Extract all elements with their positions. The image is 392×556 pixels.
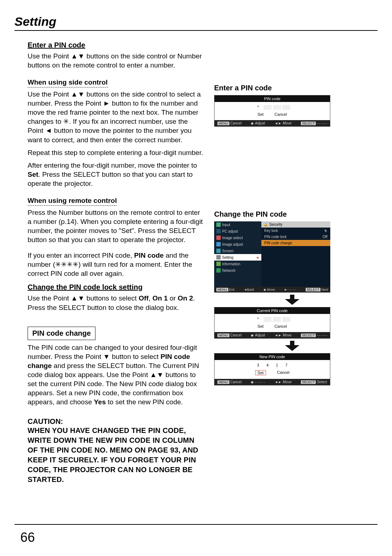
imageadj-icon bbox=[216, 242, 221, 246]
hint-exit: Exit bbox=[229, 288, 234, 291]
text-fragment: Use the Point ▲▼ buttons to select bbox=[28, 294, 139, 302]
osd-title: PIN code bbox=[215, 95, 330, 102]
paragraph-side-2: Repeat this step to complete entering a … bbox=[28, 148, 203, 157]
paragraph-remote: Press the Number buttons on the remote c… bbox=[28, 208, 203, 244]
hint-dash: - - - - - bbox=[255, 380, 265, 384]
osd-button-row: Set Cancel bbox=[215, 369, 330, 377]
menu-right-label: Key lock bbox=[264, 229, 278, 233]
text-bold-on1: On 1 bbox=[152, 294, 168, 302]
osd-set-label: Set bbox=[258, 112, 264, 116]
menu-item-imageselect: Image select bbox=[214, 234, 261, 241]
hint-move: Move bbox=[283, 333, 291, 337]
menu-right-header: 🔒Security bbox=[261, 221, 330, 228]
menu-label: PC adjust bbox=[222, 229, 238, 233]
text-fragment: to set the new PIN code. bbox=[106, 398, 183, 406]
osd-pin-cells: 3 4 1 7 bbox=[215, 361, 330, 369]
input-icon bbox=[216, 222, 221, 227]
info-icon bbox=[216, 262, 221, 266]
svg-marker-0 bbox=[285, 295, 299, 305]
osd-cancel-label: Cancel bbox=[277, 370, 289, 375]
box-label-pin-change: PIN code change bbox=[28, 327, 95, 340]
select-tag: SELECT bbox=[301, 122, 316, 125]
osd-hints: MENU Cancel ◆ Adjust ◄► Move SELECT - - … bbox=[215, 332, 330, 338]
text-bold-off: Off bbox=[139, 294, 148, 302]
hint-move: Move bbox=[283, 380, 291, 384]
osd-button-row: Set Cancel bbox=[215, 111, 330, 119]
osd-hints: MENU Cancel ◆ - - - - - ◄► Move SELECT S… bbox=[215, 379, 330, 385]
osd-menu-right: 🔒Security Key lock🖱 PIN code lockOff PIN… bbox=[261, 221, 330, 287]
panel-title-change-pin: Change the PIN code bbox=[214, 210, 370, 218]
osd-new-pin: New PIN code 3 4 1 7 Set Cancel MENU Can… bbox=[214, 353, 330, 385]
title-rule bbox=[15, 30, 377, 31]
hint-adjust: Adjust bbox=[255, 333, 265, 337]
menu-right-value: Off bbox=[323, 235, 327, 239]
pin-cell-3 bbox=[273, 105, 281, 110]
pin-cell-4 bbox=[282, 105, 290, 110]
osd-title: New PIN code bbox=[215, 353, 330, 360]
text-fragment: If you enter an incorrect PIN code, bbox=[28, 252, 134, 259]
osd-cancel-label: Cancel bbox=[274, 324, 287, 328]
pin-cell-3 bbox=[273, 317, 281, 322]
menu-item-input: Input bbox=[214, 221, 261, 228]
menu-tag: MENU bbox=[217, 334, 229, 337]
pin-cell-4 bbox=[282, 317, 290, 322]
pin-cell-1: * bbox=[254, 105, 262, 110]
text-bold-set: Set bbox=[28, 171, 38, 178]
two-column-layout: Enter a PIN code Use the Point ▲▼ button… bbox=[15, 41, 377, 485]
arrow-down-icon bbox=[214, 341, 370, 351]
menu-item-pcadjust: PC adjust bbox=[214, 228, 261, 234]
page-title: Setting bbox=[15, 15, 377, 30]
hint-adjust: Adjust bbox=[255, 121, 265, 125]
pc-icon bbox=[216, 229, 221, 233]
osd-pin-cells: * bbox=[215, 315, 330, 323]
paragraph-pin-change: The PIN code can be changed to your desi… bbox=[28, 343, 203, 407]
menu-right-pincodechange: PIN code change bbox=[261, 240, 330, 246]
hint-dash: - - - - - bbox=[317, 333, 327, 337]
osd-title: Current PIN code bbox=[215, 307, 330, 314]
osd-set-label: Set bbox=[258, 324, 264, 328]
osd-pin-cells: * bbox=[215, 103, 330, 111]
menu-item-information: Information bbox=[214, 261, 261, 267]
hint-dash: - - - - - bbox=[317, 121, 327, 125]
select-tag: SELECT bbox=[301, 334, 316, 337]
paragraph-side-3: After entering the four-digit number, mo… bbox=[28, 161, 203, 188]
text-fragment: , bbox=[148, 294, 152, 302]
text-bold-on2: On 2 bbox=[178, 294, 193, 302]
menu-label: Input bbox=[222, 223, 230, 227]
keylock-icon: 🖱 bbox=[324, 229, 327, 233]
menu-label: Screen bbox=[222, 249, 234, 253]
text-fragment: or bbox=[168, 294, 177, 302]
caution-body: WHEN YOU HAVE CHANGED THE PIN CODE, WRIT… bbox=[28, 426, 203, 485]
hint-move: Move bbox=[267, 288, 275, 291]
footer-rule bbox=[15, 524, 377, 525]
screen-icon bbox=[216, 249, 221, 253]
paragraph-change-lock: Use the Point ▲▼ buttons to select Off, … bbox=[28, 294, 203, 312]
menu-label: Information bbox=[222, 262, 240, 266]
osd-menu: Input PC adjust Image select Image adjus… bbox=[214, 221, 330, 287]
menu-right-title: Security bbox=[269, 222, 282, 226]
menu-tag: MENU bbox=[216, 288, 228, 291]
text-bold-yes: Yes bbox=[94, 398, 106, 406]
subheading-remote-control: When using remote control bbox=[28, 197, 117, 206]
arrow-down-icon bbox=[214, 295, 370, 305]
paragraph-enter-pin: Use the Point ▲▼ buttons on the side con… bbox=[28, 52, 203, 70]
hint-move: Move bbox=[283, 121, 291, 125]
osd-cancel-label: Cancel bbox=[274, 112, 287, 116]
osd-menu-hints: MENU Exit ◄Back ◆ Move ►- - - - - SELECT… bbox=[214, 287, 330, 293]
paragraph-side-1: Use the Point ▲▼ buttons on the side con… bbox=[28, 90, 203, 144]
heading-change-lock: Change the PIN code lock setting bbox=[28, 283, 203, 291]
spacer bbox=[214, 127, 370, 210]
network-icon bbox=[216, 268, 221, 273]
hint-cancel: Cancel bbox=[230, 380, 242, 384]
menu-label: Network bbox=[222, 269, 236, 273]
page-number: 66 bbox=[20, 530, 35, 545]
text-fragment: After entering the four-digit number, mo… bbox=[28, 162, 197, 169]
pin-cell-1: * bbox=[254, 317, 262, 322]
menu-label: Setting bbox=[222, 255, 233, 259]
manual-page: Setting Enter a PIN code Use the Point ▲… bbox=[0, 0, 392, 556]
menu-label: Image adjust bbox=[222, 242, 243, 246]
osd-hints: MENU Cancel ◆ Adjust ◄► Move SELECT - - … bbox=[215, 120, 330, 126]
svg-marker-1 bbox=[285, 341, 299, 351]
menu-item-setting: Setting◄ bbox=[214, 254, 261, 261]
menu-tag: MENU bbox=[217, 122, 229, 125]
